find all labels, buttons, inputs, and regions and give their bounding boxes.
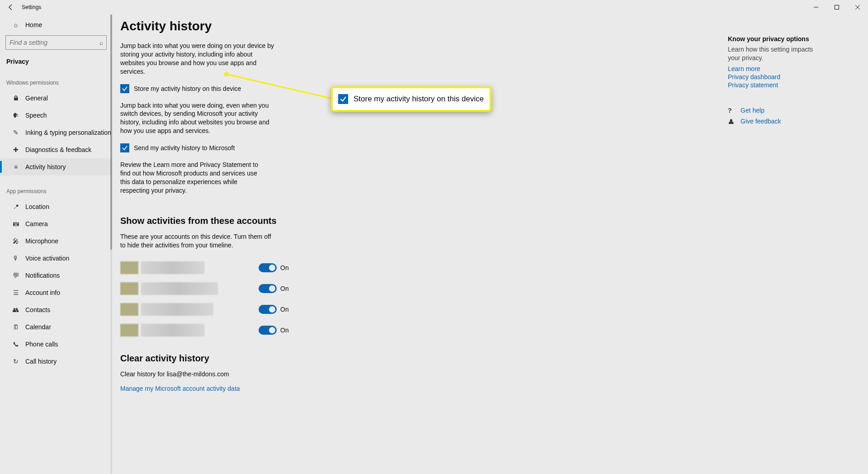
sidebar-item-microphone[interactable]: 🎤︎Microphone bbox=[0, 232, 112, 250]
manage-account-data-link[interactable]: Manage my Microsoft account activity dat… bbox=[120, 385, 240, 392]
sidebar-item-notifications[interactable]: 💬︎Notifications bbox=[0, 267, 112, 284]
voice-icon: 🎙︎ bbox=[12, 255, 20, 262]
svg-rect-1 bbox=[835, 5, 839, 9]
sidebar-group-app-permissions: App permissions bbox=[0, 175, 112, 198]
toggle-state: On bbox=[280, 306, 289, 313]
account-name-redacted bbox=[141, 324, 204, 337]
feedback-icon: 👤︎ bbox=[728, 118, 735, 125]
calendar-icon: 🗓︎ bbox=[12, 323, 20, 331]
sidebar-item-calendar[interactable]: 🗓︎Calendar bbox=[0, 318, 112, 336]
account-toggle[interactable] bbox=[259, 263, 277, 272]
aside-column: Know your privacy options Learn how this… bbox=[728, 19, 868, 474]
phone-icon: 📞︎ bbox=[12, 341, 20, 348]
sidebar-item-phone-calls[interactable]: 📞︎Phone calls bbox=[0, 336, 112, 353]
sidebar-item-activity-history[interactable]: ≡Activity history bbox=[0, 158, 112, 175]
subheading-clear: Clear activity history bbox=[120, 353, 432, 364]
desc-send: Jump back into what you were doing, even… bbox=[120, 101, 272, 136]
account-row: On bbox=[120, 278, 432, 299]
account-toggle[interactable] bbox=[259, 305, 277, 314]
subheading-accounts: Show activities from these accounts bbox=[120, 216, 432, 226]
titlebar: Settings bbox=[0, 0, 868, 14]
callout-checkbox-icon bbox=[338, 94, 348, 104]
home-icon: ⌂ bbox=[12, 21, 20, 28]
checkbox-icon bbox=[120, 143, 129, 152]
desc-accounts: These are your accounts on this device. … bbox=[120, 232, 276, 250]
callout-text: Store my activity history on this device bbox=[354, 95, 484, 104]
notif-icon: 💬︎ bbox=[12, 272, 20, 279]
callhist-icon: ↻ bbox=[12, 358, 20, 365]
account-avatar-redacted bbox=[120, 303, 138, 316]
history-icon: ≡ bbox=[12, 163, 20, 171]
sidebar-item-account-info[interactable]: ☰Account info bbox=[0, 284, 112, 301]
location-icon: 📍︎ bbox=[12, 203, 20, 210]
checkbox-store-label: Store my activity history on this device bbox=[134, 85, 241, 92]
account-row: On bbox=[120, 299, 432, 320]
accounts-list: On On On On bbox=[120, 257, 432, 341]
account-row: On bbox=[120, 257, 432, 278]
ink-icon: ✎ bbox=[12, 129, 20, 136]
account-name-redacted bbox=[141, 303, 213, 316]
lock-icon: 🔒︎ bbox=[12, 95, 20, 102]
checkbox-icon bbox=[120, 84, 129, 93]
account-name-redacted bbox=[141, 261, 204, 274]
diag-icon: ✚ bbox=[12, 146, 20, 153]
clear-history-text: Clear history for lisa@the-mildons.com bbox=[120, 370, 301, 379]
sidebar-item-diagnostics[interactable]: ✚Diagnostics & feedback bbox=[0, 141, 112, 158]
checkbox-send-label: Send my activity history to Microsoft bbox=[134, 144, 235, 152]
give-feedback-link[interactable]: 👤︎ Give feedback bbox=[728, 118, 852, 126]
annotation-callout: Store my activity history on this device bbox=[331, 86, 491, 112]
account-toggle[interactable] bbox=[259, 326, 277, 335]
camera-icon: 📷︎ bbox=[12, 220, 20, 228]
toggle-state: On bbox=[280, 264, 289, 271]
search-input[interactable] bbox=[5, 35, 107, 50]
aside-heading: Know your privacy options bbox=[728, 35, 852, 43]
sidebar-item-general[interactable]: 🔒︎General bbox=[0, 90, 112, 107]
account-avatar-redacted bbox=[120, 282, 138, 295]
account-icon: ☰ bbox=[12, 289, 20, 296]
link-privacy-statement[interactable]: Privacy statement bbox=[728, 81, 852, 89]
link-privacy-dashboard[interactable]: Privacy dashboard bbox=[728, 73, 852, 81]
sidebar-scrollbar-track[interactable] bbox=[110, 14, 112, 474]
account-toggle[interactable] bbox=[259, 284, 277, 293]
account-avatar-redacted bbox=[120, 324, 138, 337]
give-feedback-label: Give feedback bbox=[741, 118, 781, 125]
sidebar-home[interactable]: ⌂ Home bbox=[0, 16, 112, 33]
sidebar-item-speech[interactable]: 🗣︎Speech bbox=[0, 107, 112, 124]
page-title: Activity history bbox=[120, 19, 432, 33]
checkbox-send-activity[interactable]: Send my activity history to Microsoft bbox=[120, 143, 432, 152]
sidebar-group-windows-permissions: Windows permissions bbox=[0, 67, 112, 90]
sidebar-home-label: Home bbox=[25, 21, 42, 28]
window-controls bbox=[806, 0, 868, 14]
minimize-button[interactable] bbox=[806, 0, 826, 14]
sidebar-item-inking[interactable]: ✎Inking & typing personalization bbox=[0, 124, 112, 141]
help-icon: ❓︎ bbox=[728, 107, 735, 114]
sidebar-item-location[interactable]: 📍︎Location bbox=[0, 198, 112, 215]
sidebar-item-contacts[interactable]: 👥︎Contacts bbox=[0, 301, 112, 318]
aside-desc: Learn how this setting impacts your priv… bbox=[728, 45, 814, 62]
desc-store: Jump back into what you were doing on yo… bbox=[120, 42, 276, 76]
sidebar-item-voice-activation[interactable]: 🎙︎Voice activation bbox=[0, 250, 112, 267]
toggle-state: On bbox=[280, 327, 289, 334]
sidebar: ⌂ Home ⌕ Privacy Windows permissions 🔒︎G… bbox=[0, 14, 112, 474]
close-button[interactable] bbox=[847, 0, 868, 14]
back-button[interactable] bbox=[4, 0, 18, 14]
account-avatar-redacted bbox=[120, 261, 138, 274]
get-help-link[interactable]: ❓︎ Get help bbox=[728, 107, 852, 115]
window-title: Settings bbox=[22, 4, 41, 10]
account-name-redacted bbox=[141, 282, 218, 295]
sidebar-item-call-history[interactable]: ↻Call history bbox=[0, 353, 112, 370]
mic-icon: 🎤︎ bbox=[12, 237, 20, 245]
get-help-label: Get help bbox=[741, 107, 764, 114]
toggle-state: On bbox=[280, 285, 289, 292]
contacts-icon: 👥︎ bbox=[12, 306, 20, 313]
desc-review: Review the Learn more and Privacy Statem… bbox=[120, 161, 265, 195]
sidebar-item-camera[interactable]: 📷︎Camera bbox=[0, 215, 112, 232]
account-row: On bbox=[120, 320, 432, 341]
search-icon: ⌕ bbox=[99, 39, 103, 46]
content-area: Activity history Jump back into what you… bbox=[112, 14, 868, 474]
sidebar-section-privacy: Privacy bbox=[0, 50, 112, 67]
maximize-button[interactable] bbox=[826, 0, 847, 14]
link-learn-more[interactable]: Learn more bbox=[728, 65, 852, 72]
sidebar-scrollbar-thumb[interactable] bbox=[110, 14, 112, 250]
back-arrow-icon bbox=[7, 4, 14, 11]
